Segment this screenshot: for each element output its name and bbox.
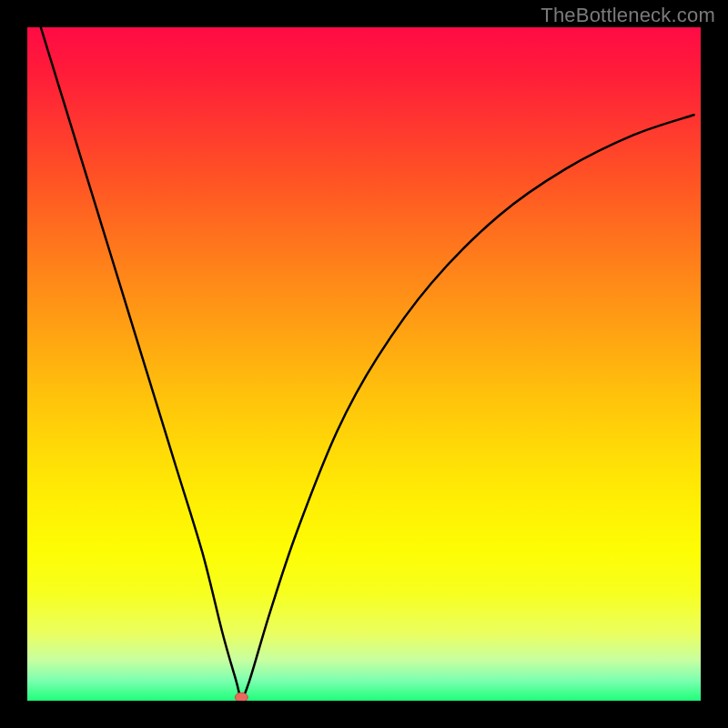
plot-area — [27, 27, 701, 701]
bottleneck-curve — [27, 27, 701, 701]
chart-frame: TheBottleneck.com — [0, 0, 728, 728]
curve-path — [41, 27, 694, 697]
minimum-marker — [235, 693, 248, 701]
watermark-text: TheBottleneck.com — [541, 4, 715, 27]
